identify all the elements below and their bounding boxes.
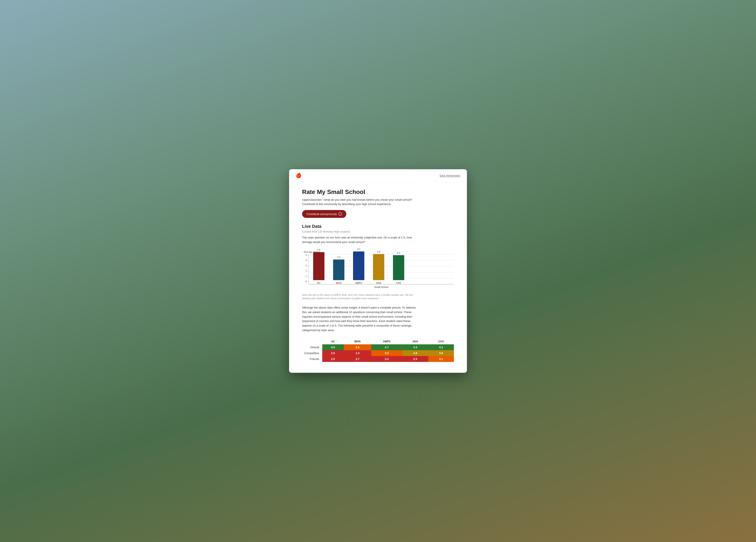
cell-0-2: 4.7 bbox=[371, 344, 402, 350]
bar-value-ac: 4.6 bbox=[317, 248, 320, 251]
cell-2-3: 2.5 bbox=[402, 356, 428, 362]
cell-1-4: 3.6 bbox=[428, 350, 454, 356]
bar-group-bihs: 3.4BIHS bbox=[333, 256, 344, 284]
cell-0-0: 4.6 bbox=[322, 344, 344, 350]
col-header-aha: AHA bbox=[402, 339, 428, 344]
live-data-title: Live Data bbox=[302, 224, 454, 229]
y-tick-3: 3 – bbox=[302, 265, 309, 267]
col-header-cas: CAS bbox=[428, 339, 454, 344]
header: 🍎 Eliot Hertenstein bbox=[289, 169, 467, 182]
chart-footnote: Note that due to the nature of AMPS, AHA… bbox=[302, 293, 415, 300]
page-title: Rate My Small School bbox=[302, 188, 454, 195]
bar-amps bbox=[353, 251, 364, 280]
data-table: AC BIHS AMPS AHA CAS Overall4.63.44.74.3… bbox=[302, 339, 454, 362]
bar-group-cas: 4.1CAS bbox=[393, 252, 404, 284]
page-subtitle: Upperclassmen - what do you wish you had… bbox=[302, 198, 415, 206]
bar-group-amps: 4.7AMPS bbox=[353, 248, 364, 284]
bars-area: 4.6AC3.4BIHS4.7AMPS4.3AHA4.1CAS Small Sc… bbox=[309, 254, 454, 289]
y-tick-5: 5 – bbox=[302, 254, 309, 256]
user-link[interactable]: Eliot Hertenstein bbox=[440, 174, 460, 177]
cell-1-2: 3.3 bbox=[371, 350, 402, 356]
bar-label-cas: CAS bbox=[396, 282, 401, 284]
main-content: Rate My Small School Upperclassmen - wha… bbox=[289, 182, 467, 373]
table-row-0: Overall4.63.44.74.34.1 bbox=[302, 344, 454, 350]
curated-text: Curated from 120 Berkeley High students. bbox=[302, 230, 454, 233]
chart-area: 0 – 1 – 2 – 3 – 4 – 5 – bbox=[302, 254, 454, 289]
bar-cas bbox=[393, 255, 404, 280]
col-header-amps: AMPS bbox=[371, 339, 402, 344]
y-axis: 0 – 1 – 2 – 3 – 4 – 5 – bbox=[302, 254, 309, 289]
cell-1-0: 2.5 bbox=[322, 350, 344, 356]
cell-0-4: 4.1 bbox=[428, 344, 454, 350]
bar-value-amps: 4.7 bbox=[357, 248, 360, 250]
col-header-ac: AC bbox=[322, 339, 344, 344]
bar-label-amps: AMPS bbox=[355, 282, 362, 284]
x-axis-label: Small School bbox=[309, 286, 454, 289]
bar-aha bbox=[373, 254, 384, 280]
bar-value-aha: 4.3 bbox=[377, 250, 380, 253]
col-header-label bbox=[302, 339, 322, 344]
bar-chart: ↑ Average Rating 0 – 1 – 2 – 3 – 4 – 5 – bbox=[302, 250, 454, 289]
table-header-row: AC BIHS AMPS AHA CAS bbox=[302, 339, 454, 344]
cell-2-0: 2.5 bbox=[322, 356, 344, 362]
bar-label-aha: AHA bbox=[376, 282, 381, 284]
table-row-2: Friends2.52.72.32.53.1 bbox=[302, 356, 454, 362]
bar-ac bbox=[313, 252, 324, 280]
bars-wrapper: 4.6AC3.4BIHS4.7AMPS4.3AHA4.1CAS bbox=[309, 254, 454, 285]
contribute-button-label: Contribute anonymously bbox=[306, 212, 337, 216]
row-label-1: Competitive bbox=[302, 350, 322, 356]
body-text: Although the above data offers some insi… bbox=[302, 306, 417, 333]
cell-1-1: 1.3 bbox=[344, 350, 371, 356]
circle-icon: → bbox=[339, 212, 342, 216]
cell-1-3: 3.8 bbox=[402, 350, 428, 356]
cell-0-1: 3.4 bbox=[344, 344, 371, 350]
bar-bihs bbox=[333, 259, 344, 280]
y-tick-0: 0 – bbox=[302, 281, 309, 283]
row-label-0: Overall bbox=[302, 344, 322, 350]
bar-value-cas: 4.1 bbox=[397, 252, 400, 254]
cell-0-3: 4.3 bbox=[402, 344, 428, 350]
bar-group-ac: 4.6AC bbox=[313, 248, 324, 284]
y-tick-4: 4 – bbox=[302, 259, 309, 261]
cell-2-4: 3.1 bbox=[428, 356, 454, 362]
table-row-1: Competitive2.51.33.33.83.6 bbox=[302, 350, 454, 356]
y-tick-1: 1 – bbox=[302, 276, 309, 278]
app-window: 🍎 Eliot Hertenstein Rate My Small School… bbox=[289, 169, 467, 373]
contribute-button[interactable]: Contribute anonymously → bbox=[302, 210, 346, 218]
bar-label-ac: AC bbox=[317, 282, 320, 284]
bar-group-aha: 4.3AHA bbox=[373, 250, 384, 284]
bar-label-bihs: BIHS bbox=[336, 282, 342, 284]
cell-2-1: 2.7 bbox=[344, 356, 371, 362]
col-header-bihs: BIHS bbox=[344, 339, 371, 344]
app-logo: 🍎 bbox=[296, 173, 301, 178]
cell-2-2: 2.3 bbox=[371, 356, 402, 362]
bar-value-bihs: 3.4 bbox=[337, 256, 340, 258]
chart-description: The main question on our form was an inh… bbox=[302, 235, 419, 244]
row-label-2: Friends bbox=[302, 356, 322, 362]
y-tick-2: 2 – bbox=[302, 270, 309, 272]
